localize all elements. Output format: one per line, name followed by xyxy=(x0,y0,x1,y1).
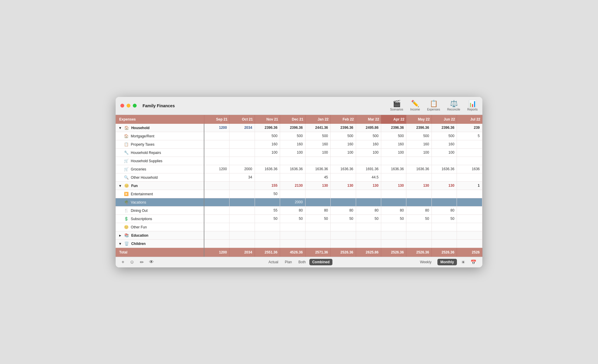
cell xyxy=(305,223,330,231)
cell xyxy=(406,239,431,248)
tab-combined[interactable]: Combined xyxy=(309,259,333,265)
cell: 50 xyxy=(356,214,381,223)
header-expenses: Expenses xyxy=(116,115,204,124)
cell xyxy=(204,239,229,248)
cell xyxy=(229,157,255,165)
vacations-icon: 🌴 xyxy=(124,200,129,204)
cell: 130 xyxy=(381,181,406,190)
toolbar-reports[interactable]: 📊 Reports xyxy=(467,100,478,111)
table-row[interactable]: 😊 Other Fun xyxy=(116,223,482,231)
cell xyxy=(431,223,457,231)
sun-icon-button[interactable]: ☀ xyxy=(460,259,466,266)
table-row[interactable]: 🔍 Other Household 34 45 44.5 xyxy=(116,173,482,181)
minimize-button[interactable] xyxy=(127,104,130,108)
table-row[interactable]: 🍴 Dining Out 55 80 80 80 80 80 80 80 xyxy=(116,206,482,214)
cell: 500 xyxy=(381,132,406,140)
cell: 160 xyxy=(255,140,280,148)
tab-plan[interactable]: Plan xyxy=(282,259,295,265)
cell xyxy=(356,239,381,248)
row-label-repairs: 🔧 Household Repairs xyxy=(116,148,204,157)
toolbar-income[interactable]: ✏️ Income xyxy=(410,100,420,111)
table-row[interactable]: ▾ 🏠 Household 1200 2034 2396.36 2396.36 … xyxy=(116,124,482,132)
pencil-button[interactable]: ✏ xyxy=(139,259,145,266)
toolbar-expenses[interactable]: 📋 Expenses xyxy=(427,100,440,111)
cell xyxy=(255,239,280,248)
cell: 130 xyxy=(331,181,356,190)
header-nov21: Nov 21 xyxy=(255,115,280,124)
header-feb22: Feb 22 xyxy=(331,115,356,124)
cell xyxy=(406,231,431,239)
cell xyxy=(255,157,280,165)
cell: 1 xyxy=(457,181,482,190)
header-mar22: Mar 22 xyxy=(356,115,381,124)
cell xyxy=(204,214,229,223)
cell: 1636.36 xyxy=(305,165,330,173)
cell xyxy=(255,198,280,206)
total-nov21: 2551.36 xyxy=(255,248,280,257)
education-label: Education xyxy=(131,233,148,238)
reports-icon: 📊 xyxy=(468,100,476,107)
table-row[interactable]: 🔧 Household Repairs 100 100 100 100 100 … xyxy=(116,148,482,157)
tab-both[interactable]: Both xyxy=(295,259,309,265)
fun-icon: 😊 xyxy=(124,183,129,188)
table-row[interactable]: ▾ 😊 Fun 155 2130 130 130 130 130 130 xyxy=(116,181,482,190)
maximize-button[interactable] xyxy=(133,104,137,108)
eye-button[interactable]: 👁 xyxy=(148,259,155,265)
tab-actual[interactable]: Actual xyxy=(266,259,281,265)
repairs-icon: 🔧 xyxy=(124,150,129,155)
emoji-button[interactable]: ☺ xyxy=(128,259,135,265)
cell: 55 xyxy=(255,206,280,214)
cell xyxy=(204,206,229,214)
cell xyxy=(457,198,482,206)
cell: 80 xyxy=(356,206,381,214)
cell xyxy=(381,223,406,231)
add-button[interactable]: + xyxy=(120,259,125,265)
cell: 1636.36 xyxy=(255,165,280,173)
cell xyxy=(331,231,356,239)
total-sep21: 1200 xyxy=(204,248,229,257)
subscriptions-icon: 💲 xyxy=(124,217,129,221)
cell: 500 xyxy=(331,132,356,140)
tab-weekly[interactable]: Weekly xyxy=(417,259,434,265)
education-icon: 📚 xyxy=(124,233,129,238)
table-row[interactable]: 📋 Property Taxes 160 160 160 160 160 160… xyxy=(116,140,482,148)
table-row[interactable]: ▶️ Entertainment 50 xyxy=(116,190,482,198)
cell: 500 xyxy=(255,132,280,140)
table-row[interactable]: 💲 Subscriptions 50 50 50 50 50 50 50 50 xyxy=(116,214,482,223)
cell xyxy=(431,157,457,165)
cell xyxy=(406,190,431,198)
table-row[interactable]: 🛒 Household Supplies xyxy=(116,157,482,165)
close-button[interactable] xyxy=(120,104,124,108)
row-label-property-taxes: 📋 Property Taxes xyxy=(116,140,204,148)
cell: 100 xyxy=(381,148,406,157)
expenses-label: Expenses xyxy=(427,108,440,111)
cell: 160 xyxy=(356,140,381,148)
cell xyxy=(431,198,457,206)
table-row[interactable]: ▾ 🗑️ Children xyxy=(116,239,482,248)
table-row[interactable]: ▸ 📚 Education xyxy=(116,231,482,239)
children-label: Children xyxy=(131,242,146,246)
toolbar-scenarios[interactable]: 🎬 Scenarios xyxy=(390,100,403,111)
cell: 2441.36 xyxy=(305,124,330,132)
cell xyxy=(381,173,406,181)
cell xyxy=(280,223,305,231)
cell xyxy=(356,231,381,239)
calendar-icon-button[interactable]: 📅 xyxy=(469,259,478,266)
cell xyxy=(305,239,330,248)
cell xyxy=(406,157,431,165)
table-row[interactable]: 🌴 Vacations 2000 xyxy=(116,198,482,206)
cell xyxy=(356,223,381,231)
cell xyxy=(457,223,482,231)
header-sep21: Sep 21 xyxy=(204,115,229,124)
cell xyxy=(331,190,356,198)
cell xyxy=(406,198,431,206)
tab-monthly[interactable]: Monthly xyxy=(437,259,457,265)
cell: 2000 xyxy=(280,198,305,206)
table-row[interactable]: 🛒 Groceries 1200 2000 1636.36 1636.36 16… xyxy=(116,165,482,173)
table-row[interactable]: 🏠 Mortgage/Rent 500 500 500 500 500 500 … xyxy=(116,132,482,140)
toolbar-reconcile[interactable]: ⚖️ Reconcile xyxy=(447,100,460,111)
row-label-supplies: 🛒 Household Supplies xyxy=(116,157,204,165)
cell: 160 xyxy=(431,140,457,148)
cell xyxy=(431,231,457,239)
cell: 2396.36 xyxy=(431,124,457,132)
